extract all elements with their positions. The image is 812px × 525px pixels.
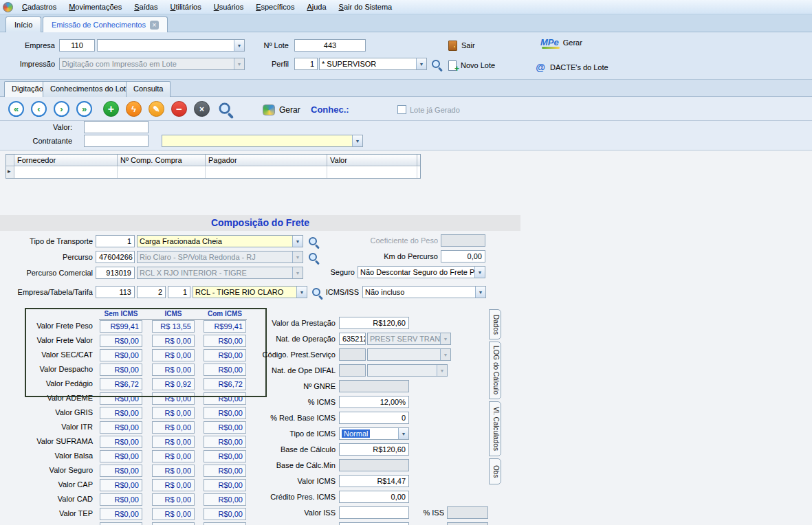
tabela-tarifa-field[interactable]: 1	[168, 286, 190, 298]
quick-action-button[interactable]	[126, 101, 142, 117]
nat-difal-number-field[interactable]	[339, 364, 366, 377]
base-calculo-field[interactable]: R$120,60	[339, 443, 409, 456]
chevron-down-icon[interactable]: ▼	[292, 236, 303, 247]
gnre-field[interactable]	[339, 380, 409, 392]
valores-field-icms[interactable]: R$ 0,00	[152, 335, 195, 347]
contratante-combo[interactable]: ▼	[162, 135, 363, 147]
chevron-down-icon[interactable]: ▼	[292, 252, 303, 262]
pct-iss-field[interactable]	[447, 506, 488, 519]
first-record-button[interactable]	[8, 101, 24, 117]
prestacao-field[interactable]: R$120,60	[339, 317, 409, 329]
valores-field-sem[interactable]	[100, 522, 142, 525]
tabela-empresa-field[interactable]: 113	[96, 286, 135, 298]
tipo-transporte-combo[interactable]: Carga Fracionada Cheia ▼	[137, 235, 303, 247]
valores-field-icms[interactable]: R$ 0,00	[152, 493, 195, 506]
delete-record-button[interactable]	[171, 101, 187, 117]
valores-field-icms[interactable]	[152, 522, 195, 525]
chevron-down-icon[interactable]: ▼	[352, 135, 362, 146]
empresa-field[interactable]: 110	[59, 39, 95, 52]
menu-item[interactable]: Específicos	[250, 0, 300, 14]
side-tab-vl-calculados[interactable]: Vl. Calculados	[489, 401, 501, 456]
perfil-search-icon[interactable]	[431, 59, 442, 70]
menu-item[interactable]: Utilitários	[164, 0, 207, 14]
coeficiente-peso-field[interactable]	[441, 234, 485, 247]
percurso-combo[interactable]: Rio Claro - SP/Volta Redonda - RJ ▼	[137, 251, 303, 263]
chevron-down-icon[interactable]: ▼	[440, 349, 450, 360]
grid-column-header[interactable]: Pagador	[206, 155, 327, 166]
empresa-combo[interactable]: ▼	[97, 39, 245, 52]
lote-field[interactable]: 443	[294, 39, 366, 52]
chevron-down-icon[interactable]: ▼	[416, 58, 426, 69]
contratante-code-field[interactable]	[84, 135, 149, 147]
cancel-button[interactable]	[194, 101, 210, 117]
novo-lote-button[interactable]: Novo Lote	[448, 58, 495, 72]
valores-field-sem[interactable]: R$0,00	[100, 508, 142, 520]
menu-item[interactable]: Usuários	[208, 0, 250, 14]
tab-emissao-conhecimentos[interactable]: Emissão de Conhecimentos ×	[43, 16, 168, 32]
valores-field-sem[interactable]: R$0,00	[100, 436, 142, 448]
nat-operacao-number-field[interactable]: 635212	[339, 333, 366, 345]
tipo-transporte-search-icon[interactable]	[308, 236, 319, 247]
valores-field-icms[interactable]: R$ 13,55	[152, 320, 195, 333]
credito-pres-icms-field[interactable]: 0,00	[339, 491, 409, 503]
valor-iss-field[interactable]	[339, 506, 409, 519]
nat-difal-combo[interactable]: ▼	[367, 364, 448, 377]
next-record-button[interactable]	[54, 101, 69, 117]
dacte-lote-button[interactable]: DACTE's do Lote	[535, 60, 608, 74]
side-tab-dados[interactable]: Dados	[489, 309, 501, 339]
grid-cell[interactable]	[206, 166, 327, 178]
tipo-icms-combo[interactable]: Normal ▼	[339, 427, 409, 440]
valores-field-icms[interactable]: R$ 0,00	[152, 479, 195, 491]
grid-cell[interactable]	[118, 166, 206, 178]
chevron-down-icon[interactable]: ▼	[234, 40, 244, 51]
tipo-transporte-number-field[interactable]: 1	[96, 235, 135, 247]
side-tab-obs[interactable]: Obs	[489, 458, 501, 484]
nat-operacao-combo[interactable]: PREST SERV TRANSI ▼	[367, 333, 451, 345]
tabela-numero-field[interactable]: 2	[137, 286, 166, 298]
seguro-combo[interactable]: Não Descontar Seguro do Frete P ▼	[358, 266, 485, 278]
valor-irpf-field[interactable]	[339, 522, 409, 525]
menu-item[interactable]: Movimentações	[63, 0, 128, 14]
perfil-number-field[interactable]: 1	[294, 58, 318, 70]
sair-button[interactable]: Sair	[448, 38, 475, 52]
menu-item[interactable]: Sair do Sistema	[333, 0, 399, 14]
subtab-conhecimentos-do-lote[interactable]: Conhecimentos do Lote	[43, 81, 138, 97]
chevron-down-icon[interactable]: ▼	[398, 428, 408, 439]
menu-item[interactable]: Cadastros	[16, 0, 63, 14]
chevron-down-icon[interactable]: ▼	[437, 365, 447, 376]
grid-column-header[interactable]: Nº Comp. Compra	[118, 155, 206, 166]
chevron-down-icon[interactable]: ▼	[234, 58, 244, 69]
chevron-down-icon[interactable]: ▼	[474, 267, 485, 278]
valores-field-sem[interactable]: R$0,00	[100, 349, 142, 361]
previous-record-button[interactable]	[31, 101, 47, 117]
grid-data-row[interactable]	[6, 166, 420, 178]
valores-field-icms[interactable]: R$ 0,00	[152, 436, 195, 448]
close-tab-icon[interactable]: ×	[150, 21, 159, 30]
valores-field-sem[interactable]: R$0,00	[100, 392, 142, 405]
valores-field-sem[interactable]: R$0,00	[100, 479, 142, 491]
valores-field-icms[interactable]: R$ 0,00	[152, 465, 195, 477]
gerar-button[interactable]: Gerar	[263, 103, 300, 117]
tab-inicio[interactable]: Início	[6, 16, 41, 32]
menu-item[interactable]: Saídas	[128, 0, 164, 14]
codigo-prest-combo[interactable]: ▼	[367, 348, 451, 361]
valores-field-sem[interactable]: R$0,00	[100, 335, 142, 347]
valores-field-sem[interactable]: R$0,00	[100, 493, 142, 506]
lote-gerado-checkbox[interactable]	[397, 105, 406, 114]
valores-field-icms[interactable]: R$ 0,00	[152, 508, 195, 520]
red-base-icms-field[interactable]: 0	[339, 412, 409, 424]
valores-field-sem[interactable]: R$0,00	[100, 421, 142, 434]
valores-field-sem[interactable]: R$0,00	[100, 364, 142, 376]
subtab-consulta[interactable]: Consulta	[126, 81, 171, 97]
valores-field-sem[interactable]: R$0,00	[100, 407, 142, 419]
grid-column-header[interactable]: Fornecedor	[14, 155, 118, 166]
add-record-button[interactable]	[103, 101, 119, 117]
valores-field-sem[interactable]: R$0,00	[100, 450, 142, 462]
percurso-comercial-number-field[interactable]: 913019	[96, 267, 135, 279]
valores-field-icms[interactable]: R$ 0,92	[152, 378, 195, 390]
percurso-number-field[interactable]: 47604266	[96, 251, 135, 263]
last-record-button[interactable]	[76, 101, 92, 117]
valor-icms-field[interactable]: R$14,47	[339, 475, 409, 487]
perfil-combo[interactable]: * SUPERVISOR ▼	[319, 58, 427, 70]
icms-iss-combo[interactable]: Não incluso ▼	[362, 286, 486, 298]
